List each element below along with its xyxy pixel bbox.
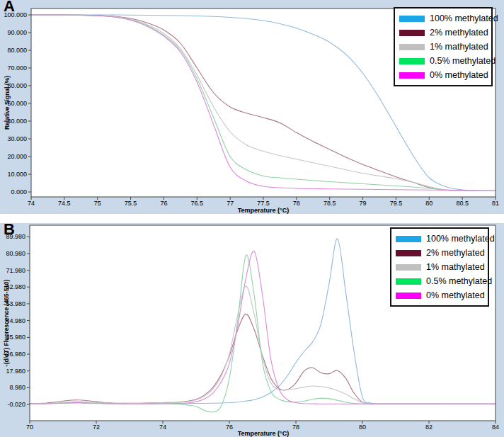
x-tick-label: 74.5: [58, 200, 71, 207]
x-tick-label: 75: [94, 200, 101, 207]
y-tick-label: 0.000: [11, 188, 27, 195]
y-axis-title-b: -(d/dT) Fluorescence (465-510): [3, 280, 10, 367]
legend-color-swatch: [399, 44, 425, 50]
legend-color-swatch: [396, 278, 421, 285]
legend-item-label: 0.5% methylated: [426, 276, 492, 286]
legend-item: 0% methylated: [396, 289, 483, 302]
x-tick-label: 76.5: [191, 200, 204, 207]
legend-item: 2% methylated: [399, 26, 487, 39]
legend-color-swatch: [399, 58, 425, 64]
x-tick-label: 77: [227, 200, 234, 207]
legend-item-label: 2% methylated: [430, 28, 488, 38]
x-tick-label: 78.5: [323, 200, 336, 207]
y-tick-label: -0.020: [7, 401, 25, 408]
x-axis-title-b: Temperature (°C): [31, 430, 496, 437]
y-tick-label: 30.000: [7, 135, 27, 142]
legend-item: 0.5% methylated: [399, 55, 487, 67]
panel-b-label: B: [4, 223, 15, 239]
y-tick-label: 8.980: [9, 384, 25, 391]
y-tick-label: 70.000: [7, 64, 27, 72]
y-tick-label: 80.980: [6, 250, 25, 257]
legend-item: 0% methylated: [399, 69, 487, 81]
y-tick-label: 90.000: [7, 29, 27, 36]
x-tick-label: 75.5: [125, 200, 137, 207]
legend-item-label: 2% methylated: [426, 248, 485, 258]
x-tick-label: 79: [360, 200, 367, 207]
legend-color-swatch: [399, 72, 425, 79]
x-tick-label: 81: [492, 200, 499, 207]
x-tick-label: 74: [28, 200, 35, 207]
x-tick-label: 79.5: [390, 200, 403, 207]
y-tick-label: 71.980: [6, 267, 25, 274]
x-tick-label: 76: [160, 200, 167, 207]
legend-item-label: 100% methylated: [426, 234, 495, 244]
y-axis-title-a: Relative Signal (%): [4, 76, 11, 130]
legend-item-label: 0.5% methylated: [430, 56, 496, 66]
legend-item-label: 1% mathylated: [430, 42, 488, 52]
y-tick-label: 80.000: [7, 47, 27, 54]
legend-item: 2% methylated: [396, 246, 483, 259]
legend-item-label: 1% mathylated: [426, 262, 485, 272]
legend-item-label: 0% methylated: [426, 290, 485, 300]
y-tick-label: 10.000: [7, 171, 27, 178]
legend-color-swatch: [399, 16, 425, 22]
y-tick-label: 17.980: [6, 368, 25, 375]
legend-color-swatch: [396, 293, 421, 299]
melt-peak-panel: 7072747678808284-0.0208.98017.98026.9803…: [0, 223, 504, 437]
legend-panel-b: 100% methylated2% methylated1% mathylate…: [390, 227, 489, 307]
legend-color-swatch: [399, 30, 425, 36]
x-axis-title-a: Temperature (°C): [31, 207, 496, 214]
x-tick-label: 77.5: [257, 200, 270, 207]
legend-item-label: 100% methylated: [430, 13, 498, 23]
x-tick-label: 78: [293, 200, 300, 207]
x-tick-label: 80: [425, 200, 433, 207]
x-tick-label: 80.5: [456, 200, 469, 207]
legend-panel-a: 100% methylated2% methylated1% mathylate…: [394, 7, 493, 86]
panel-a-label: A: [4, 0, 15, 16]
legend-color-swatch: [396, 236, 421, 242]
legend-item: 100% methylated: [399, 12, 487, 25]
y-tick-label: 20.000: [7, 153, 27, 160]
legend-item: 1% mathylated: [399, 40, 487, 53]
legend-item: 1% mathylated: [396, 261, 483, 273]
legend-color-swatch: [396, 264, 421, 271]
melt-curve-panel: 7474.57575.57676.57777.57878.57979.58080…: [0, 0, 504, 214]
legend-item-label: 0% methylated: [430, 70, 488, 80]
legend-color-swatch: [396, 250, 421, 256]
legend-item: 0.5% methylated: [396, 275, 483, 288]
legend-item: 100% methylated: [396, 232, 483, 245]
